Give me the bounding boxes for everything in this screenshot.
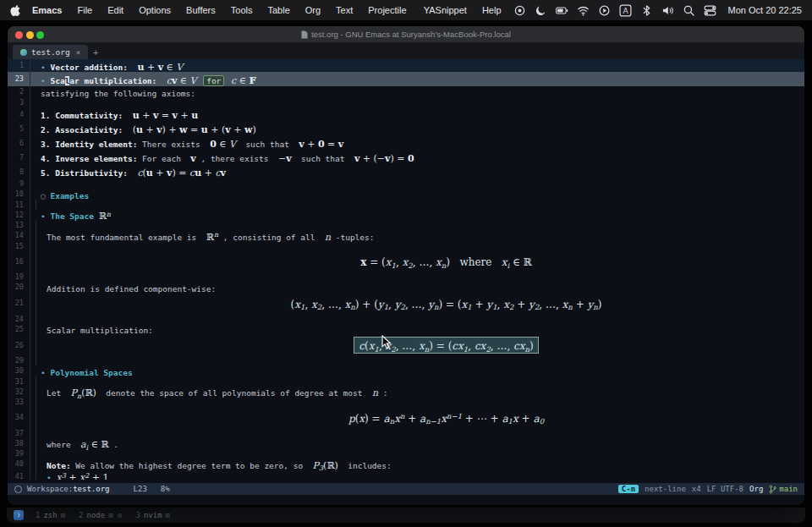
menu-file[interactable]: File xyxy=(69,5,100,15)
menu-buffers[interactable]: Buffers xyxy=(178,5,223,15)
focus-moon-icon[interactable] xyxy=(535,4,547,17)
buffer-line[interactable]: 3 xyxy=(8,97,804,107)
modeline-status-icon xyxy=(14,486,22,493)
tmux-windows: 1zsh⊞2node⊞ ⊙3nvim⊞ xyxy=(36,511,170,519)
line-number: 26 xyxy=(8,342,30,349)
apple-logo-icon[interactable] xyxy=(10,4,21,17)
terminal-app-icon[interactable]: ❯ xyxy=(14,510,24,520)
new-tab-button[interactable]: + xyxy=(88,45,103,59)
indent-guides xyxy=(30,376,41,387)
wifi-icon[interactable] xyxy=(577,4,590,17)
buffer-line[interactable]: 15 xyxy=(8,241,804,251)
bluetooth-icon[interactable] xyxy=(640,4,653,17)
indent-guides xyxy=(30,398,41,408)
buffer-line[interactable]: 41. Commutativity: u + v = v + u xyxy=(8,107,804,122)
line-content: (x1, x2, …, xn) + (y1, y2, …, yn) = (x1 … xyxy=(41,297,804,310)
menubar-right-menus: YASnippetHelp xyxy=(416,5,509,15)
buffer-line[interactable]: 16x = (x1, x2, …, xn) where xi ∈ ℝ xyxy=(8,251,804,272)
buffer-rows[interactable]: 1• Vector addition: u + v ∈ V23• Scalar … xyxy=(8,59,804,480)
buffer-line[interactable]: 21(x1, x2, …, xn) + (y1, y2, …, yn) = (x… xyxy=(8,293,804,314)
line-number: 16 xyxy=(8,258,30,266)
tmux-window-nvim[interactable]: 3nvim⊞ xyxy=(135,511,170,519)
menu-text[interactable]: Text xyxy=(328,5,360,15)
buffer-line[interactable]: 33 xyxy=(8,398,804,408)
line-number: 40 xyxy=(8,460,30,468)
menu-emacs[interactable]: Emacs xyxy=(25,5,69,15)
echo-area[interactable] xyxy=(8,495,804,505)
buffer-line[interactable]: 1• Vector addition: u + v ∈ V xyxy=(8,59,804,72)
tab-test-org[interactable]: test.org × xyxy=(13,45,88,59)
tab-close-icon[interactable]: × xyxy=(76,48,80,57)
indent-guides xyxy=(30,324,41,335)
control-center-icon[interactable] xyxy=(704,4,716,17)
buffer-line[interactable]: 11 xyxy=(8,200,804,210)
menu-edit[interactable]: Edit xyxy=(100,5,131,15)
line-content: p(x) = anxn + an−1xn−1 + ⋯ + a1x + a0 xyxy=(41,411,804,425)
tmux-window-node[interactable]: 2node⊞ ⊙ xyxy=(79,511,122,519)
menu-projectile[interactable]: Projectile xyxy=(360,5,414,15)
buffer-line[interactable]: 74. Inverse elements: For each v , there… xyxy=(8,151,804,165)
buffer-line[interactable]: 20Addition is defined component-wise: xyxy=(8,282,804,293)
line-number: 37 xyxy=(8,430,30,437)
buffer-line[interactable]: 26c(x1, x2, …, xn) = (cx1, cx2, …, cxn) xyxy=(8,335,804,356)
line-number: 39 xyxy=(8,450,30,458)
buffer-line[interactable]: 34p(x) = anxn + an−1xn−1 + ⋯ + a1x + a0 xyxy=(8,407,804,428)
volume-icon[interactable] xyxy=(661,4,674,17)
indent-guides xyxy=(30,122,36,136)
indent-guides xyxy=(30,335,41,356)
branch-icon xyxy=(769,485,776,494)
buffer-line[interactable]: 14The most fundamental example is ℝn , c… xyxy=(8,230,804,241)
buffer-line[interactable]: 25Scalar multiplication: xyxy=(8,324,804,335)
buffer-line[interactable]: 30• Polynomial Spaces xyxy=(8,365,804,376)
buffer-line[interactable]: 9 xyxy=(8,179,804,189)
menu-tools[interactable]: Tools xyxy=(223,5,261,15)
buffer-line[interactable]: 10○ Examples xyxy=(8,189,804,200)
menu-options[interactable]: Options xyxy=(131,5,178,15)
buffer-line[interactable]: 12• The Space ℝn xyxy=(8,210,804,221)
close-window-button[interactable] xyxy=(15,31,23,39)
screen-recording-icon[interactable] xyxy=(513,4,526,17)
indent-guides xyxy=(30,230,41,241)
menu-table[interactable]: Table xyxy=(260,5,297,15)
menu-org[interactable]: Org xyxy=(298,5,328,15)
window-titlebar[interactable]: test.org - GNU Emacs at Suryansh's-MacBo… xyxy=(8,26,804,43)
menubar-clock[interactable]: Mon Oct 20 22:25 xyxy=(728,5,802,15)
indent-guides xyxy=(30,365,36,376)
battery-icon[interactable] xyxy=(556,4,568,17)
input-source-a-icon[interactable]: A xyxy=(619,4,632,17)
buffer-line[interactable]: 40Note: We allow the highest degree term… xyxy=(8,458,804,469)
line-content: 3. Identity element: There exists 0 ∈ V … xyxy=(36,136,343,150)
search-icon[interactable] xyxy=(683,4,695,17)
menu-yasnippet[interactable]: YASnippet xyxy=(416,5,475,15)
screen-mirroring-icon[interactable] xyxy=(598,4,611,17)
minimize-window-button[interactable] xyxy=(26,31,34,39)
buffer-line[interactable]: 85. Distributivity: c(u + v) = cu + cv xyxy=(8,165,804,179)
indent-guides xyxy=(30,136,36,151)
line-number: 6 xyxy=(8,140,30,147)
indent-guides xyxy=(30,165,36,179)
buffer-line[interactable]: 52. Associativity: (u + v) + w = u + (v … xyxy=(8,122,804,136)
buffer-line[interactable]: 23• Scalar multiplication: cv ∈ V for c … xyxy=(8,72,804,86)
buffer-line[interactable]: 63. Identity element: There exists 0 ∈ V… xyxy=(8,136,804,151)
indent-guides xyxy=(30,428,41,438)
tmux-window-zsh[interactable]: 1zsh⊞ xyxy=(36,511,65,519)
indent-guides xyxy=(30,293,41,314)
indent-guides xyxy=(30,282,41,293)
buffer-line[interactable]: 41• x3 + x2 + 1 xyxy=(8,469,804,480)
zoom-window-button[interactable] xyxy=(36,31,44,39)
menu-help[interactable]: Help xyxy=(475,5,509,15)
keycast-count: x4 xyxy=(692,485,701,493)
indent-guides xyxy=(30,72,36,86)
buffer-line[interactable]: 32Let Pn(ℝ) denote the space of all poly… xyxy=(8,387,804,398)
modeline-major-mode[interactable]: Org xyxy=(749,485,763,493)
terminal-status-bar: ❯ 1zsh⊞2node⊞ ⊙3nvim⊞ xyxy=(7,508,805,523)
indent-guides xyxy=(30,449,41,459)
buffer-line[interactable]: 38where ai ∈ ℝ . xyxy=(8,438,804,449)
buffer-line[interactable]: 37 xyxy=(8,428,804,438)
keycast-key: C-n xyxy=(618,485,639,493)
buffer-line[interactable]: 2satisfying the following axioms: xyxy=(8,86,804,97)
line-number: 24 xyxy=(8,316,30,323)
line-content: 2. Associativity: (u + v) + w = u + (v +… xyxy=(36,122,256,135)
indent-guides xyxy=(30,179,36,189)
line-number: 23 xyxy=(8,75,30,83)
